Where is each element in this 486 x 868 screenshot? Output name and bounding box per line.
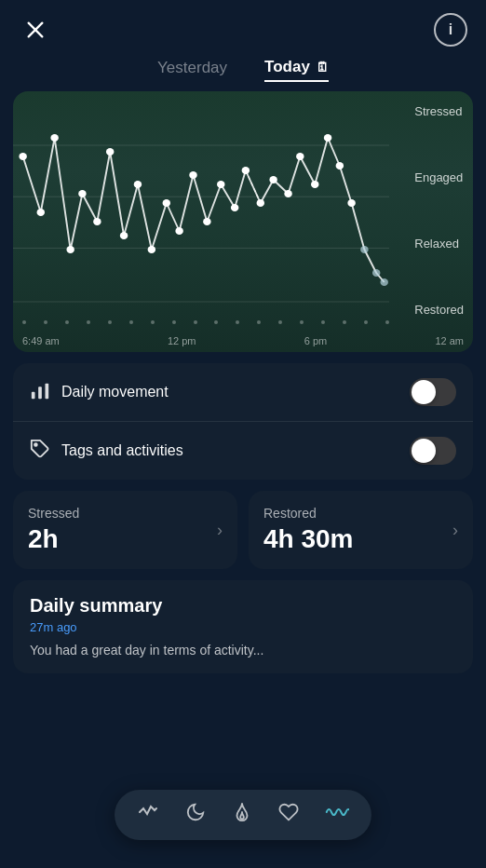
bar-chart-icon: [30, 380, 50, 405]
stat-restored[interactable]: Restored 4h 30m ›: [249, 491, 473, 569]
svg-point-32: [372, 269, 381, 277]
svg-point-14: [134, 181, 142, 188]
moon-icon[interactable]: [185, 802, 206, 828]
toggle-thumb-2: [412, 439, 436, 463]
dot-tick: [65, 320, 69, 324]
stat-restored-value: 4h 30m: [263, 524, 354, 554]
tab-today[interactable]: Today 🗓: [264, 58, 329, 82]
dot-tick: [257, 320, 261, 324]
svg-point-27: [311, 181, 319, 188]
svg-rect-36: [46, 383, 49, 399]
calendar-icon: 🗓: [316, 60, 329, 75]
svg-point-18: [189, 171, 197, 179]
toggle-daily-movement-label: Daily movement: [61, 384, 169, 400]
toggle-tags-activities[interactable]: Tags and activities: [13, 422, 473, 480]
time-label-0: 6:49 am: [22, 335, 60, 346]
svg-point-33: [380, 278, 388, 286]
bottom-nav: [115, 790, 371, 840]
chevron-right-icon-2: ›: [452, 521, 458, 540]
heart-icon[interactable]: [278, 802, 299, 828]
label-engaged: Engaged: [414, 170, 464, 184]
dot-tick: [278, 320, 282, 324]
chevron-right-icon: ›: [217, 521, 223, 540]
toggles-section: Daily movement Tags and activities: [13, 363, 473, 480]
summary-text: You had a great day in terms of activity…: [30, 642, 456, 660]
dot-tick: [108, 320, 112, 324]
dot-tick: [194, 320, 197, 324]
svg-rect-34: [32, 391, 35, 398]
svg-rect-35: [38, 387, 42, 399]
dot-tick: [214, 320, 218, 324]
dot-tick: [385, 320, 389, 324]
svg-point-10: [78, 190, 87, 197]
top-bar: i: [0, 0, 486, 54]
dot-tick: [364, 320, 368, 324]
time-label-1: 12 pm: [168, 335, 196, 346]
svg-point-13: [120, 232, 128, 239]
toggle-tags-switch[interactable]: [410, 437, 456, 465]
close-button[interactable]: [19, 13, 52, 47]
svg-point-24: [269, 176, 277, 183]
summary-title: Daily summary: [30, 595, 456, 617]
svg-point-11: [93, 218, 101, 225]
dot-tick: [87, 320, 90, 324]
dot-tick: [172, 320, 176, 324]
svg-point-31: [360, 246, 369, 253]
chart-x-axis: 6:49 am 12 pm 6 pm 12 am: [22, 335, 464, 346]
flame-icon[interactable]: [232, 802, 252, 828]
label-relaxed: Relaxed: [414, 237, 464, 251]
chart-line: [13, 101, 389, 324]
svg-point-26: [296, 153, 304, 160]
dot-tick: [321, 320, 325, 324]
dot-tick: [151, 320, 155, 324]
dot-tick: [22, 320, 26, 324]
svg-point-30: [347, 199, 356, 207]
svg-point-29: [336, 162, 344, 170]
stat-stressed[interactable]: Stressed 2h ›: [13, 491, 237, 569]
tab-bar: Yesterday Today 🗓: [0, 54, 486, 91]
activity-icon[interactable]: [137, 801, 159, 829]
svg-point-9: [66, 246, 74, 253]
time-label-3: 12 am: [435, 335, 464, 346]
svg-point-16: [163, 199, 171, 207]
daily-summary-card: Daily summary 27m ago You had a great da…: [13, 580, 473, 673]
svg-point-6: [19, 153, 27, 160]
toggle-daily-movement-switch[interactable]: [410, 378, 456, 406]
info-button[interactable]: i: [434, 13, 467, 47]
time-label-2: 6 pm: [304, 335, 327, 346]
svg-point-15: [148, 246, 156, 253]
chart-dots-row: [22, 320, 389, 324]
label-stressed: Stressed: [414, 104, 464, 118]
svg-point-17: [175, 227, 183, 235]
svg-point-12: [106, 148, 115, 156]
dot-tick: [129, 320, 133, 324]
tab-yesterday[interactable]: Yesterday: [157, 59, 227, 81]
toggle-tags-label: Tags and activities: [61, 442, 183, 459]
stat-stressed-label: Stressed: [28, 506, 79, 521]
svg-point-23: [257, 199, 265, 207]
svg-point-21: [231, 204, 239, 211]
close-icon: [25, 20, 46, 40]
stat-restored-label: Restored: [263, 506, 354, 521]
svg-point-37: [34, 443, 37, 446]
stress-chart: Stressed Engaged Relaxed Restored: [13, 91, 473, 352]
toggle-daily-movement[interactable]: Daily movement: [13, 363, 473, 422]
svg-point-25: [284, 190, 292, 197]
svg-point-20: [217, 181, 225, 188]
chart-y-labels: Stressed Engaged Relaxed Restored: [414, 91, 464, 324]
dot-tick: [343, 320, 346, 324]
svg-point-19: [203, 218, 211, 225]
svg-point-28: [324, 134, 332, 142]
tag-icon: [30, 439, 50, 464]
label-restored: Restored: [414, 303, 464, 317]
svg-point-7: [37, 209, 46, 216]
wave-icon[interactable]: [325, 802, 349, 828]
toggle-thumb: [412, 380, 436, 404]
dot-tick: [44, 320, 47, 324]
dot-tick: [236, 320, 239, 324]
stat-stressed-value: 2h: [28, 524, 79, 554]
stats-row: Stressed 2h › Restored 4h 30m ›: [13, 491, 473, 569]
dot-tick: [300, 320, 304, 324]
svg-point-8: [50, 134, 59, 142]
svg-point-22: [242, 167, 250, 174]
